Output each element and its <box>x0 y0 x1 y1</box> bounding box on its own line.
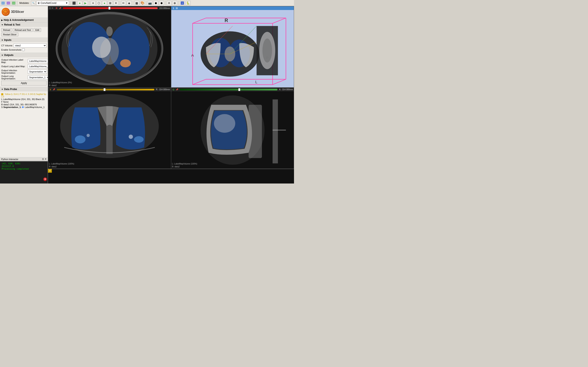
infection-seg-select[interactable]: Segmentation <box>28 70 47 74</box>
module-search-icon[interactable]: 🔍 <box>31 1 35 5</box>
data-probe-header[interactable]: ▼ Data Probe <box>0 87 48 92</box>
axial-close-icon[interactable]: ✕ <box>51 7 53 10</box>
axial-slider[interactable] <box>63 7 158 9</box>
reload-test-section: ▼ Reload & Test Reload Reload and Test E… <box>0 23 48 38</box>
lung-seg-select[interactable]: Segmentation_1 <box>28 75 48 79</box>
ct-volume-row: CT Volume: data2 <box>1 43 47 48</box>
asterisk-icon[interactable]: ✳ <box>114 1 118 5</box>
outputs-arrow-icon: ▼ <box>1 54 3 56</box>
pencil-icon[interactable]: ✏ <box>121 1 126 5</box>
nav-next-green-icon[interactable]: ● <box>77 1 82 5</box>
separator6 <box>146 1 146 5</box>
move-icon[interactable]: ✛ <box>167 1 171 5</box>
main-layout: 3DSlicer ▶ Help & Acknowledgement ▼ Relo… <box>0 6 294 184</box>
lung-label-map-select[interactable]: LabelMapVolume_1 <box>28 64 48 68</box>
coronal-body[interactable]: L: LabelMapVolume (100%) B: data2 <box>48 92 171 169</box>
coronal-slider[interactable] <box>57 89 154 91</box>
outputs-header[interactable]: ▼ Outputs <box>0 53 48 57</box>
python-expand-icon[interactable]: ⊡ <box>42 158 44 160</box>
sagittal-slider[interactable] <box>180 89 277 91</box>
sagittal-pin-icon: 📌 <box>176 88 178 91</box>
logo-area: 3DSlicer <box>0 6 48 18</box>
dcm-icon[interactable]: DCM <box>6 1 11 5</box>
probe-f-line: F None <box>1 101 47 103</box>
record-icon[interactable]: ⏺ <box>153 1 158 5</box>
infection-seg-label: Output Infection Segmentation: <box>1 69 28 74</box>
circle-green-icon[interactable]: ● <box>102 1 107 5</box>
svg-text:SAVE: SAVE <box>12 2 15 4</box>
python-icon[interactable]: 🐍 <box>185 1 191 5</box>
python-close-button[interactable]: ✕ <box>43 177 47 181</box>
sagittal-status-l: L: LabelMapVolume (100%) <box>172 162 197 165</box>
list-icon[interactable]: ≡ <box>91 1 96 5</box>
coronal-status-b: B: data2 <box>49 165 74 168</box>
coronal-pin-icon: 📌 <box>53 88 55 91</box>
eraser-icon[interactable]: ◈ <box>127 1 132 5</box>
save-icon[interactable]: SAVE <box>11 1 16 5</box>
svg-text:L: L <box>255 80 257 84</box>
data-probe-section: ▼ Data Probe Yellow (L 314.0, P 331.4, S… <box>0 87 48 157</box>
restart-slicer-button[interactable]: Restart Slicer <box>1 33 18 36</box>
camera-icon[interactable]: 📷 <box>148 1 152 5</box>
help-header[interactable]: ▶ Help & Acknowledgement <box>0 18 48 22</box>
lung-label-map-label: Output Lung Label Map: <box>1 65 28 67</box>
python-close-icon[interactable]: ✕ <box>45 158 47 160</box>
reload-and-test-button[interactable]: Reload and Test <box>13 28 33 32</box>
record2-icon[interactable]: ⏺ <box>159 1 164 5</box>
lung-label-map-row: Output Lung Label Map: LabelMapVolume_1 <box>1 64 47 68</box>
crosshair-icon[interactable]: ⊕ <box>172 1 177 5</box>
coronal-viewport: Y 📌 R: -314.000mm <box>48 88 171 169</box>
grid-icon[interactable]: ⊞ <box>108 1 113 5</box>
module-name: ConvNetCovid <box>41 2 56 5</box>
modules-dropdown[interactable]: 🖥 ConvNetCovid ▼ <box>36 1 69 5</box>
nav-prev-icon[interactable]: ⬛ <box>72 1 76 5</box>
modules-label: Modules: <box>19 2 29 5</box>
infection-label-map-select[interactable]: LabelMapVolume <box>28 59 48 63</box>
help-label: Help & Acknowledgement <box>4 19 34 21</box>
slicer-icon[interactable]: S <box>180 1 185 5</box>
coronal-slider-thumb[interactable] <box>103 88 106 91</box>
t-strip-body <box>52 169 294 184</box>
3d-header: 1 ⊞ <box>171 6 294 10</box>
sagittal-header: G 📌 A: -314.000mm <box>171 88 294 92</box>
lung-seg-row: Output Lung Segmentation: Segmentation_1 <box>1 75 47 80</box>
separator7 <box>165 1 165 5</box>
axial-minimize-icon[interactable]: ⊡ <box>49 7 51 10</box>
svg-rect-54 <box>248 105 262 158</box>
reload-arrow-icon: ▼ <box>1 24 3 26</box>
table-icon[interactable]: ▦ <box>134 1 139 5</box>
3d-body[interactable]: R A P L <box>171 10 294 87</box>
svg-text:S: S <box>182 2 183 4</box>
apply-button[interactable]: Apply <box>1 81 47 85</box>
cube-icon[interactable]: ⬡ <box>96 1 101 5</box>
sagittal-slider-thumb[interactable] <box>238 88 240 91</box>
probe-l-line: L LabelMapVolume (314, 331, 30) Black (0… <box>1 98 47 100</box>
color-icon[interactable]: 🎨 <box>140 1 145 5</box>
enable-screenshots-checkbox[interactable] <box>22 48 25 51</box>
ct-volume-select[interactable]: data2 <box>14 43 47 48</box>
sagittal-body[interactable]: L: LabelMapVolume (100%) B: data2 <box>171 92 294 169</box>
nav-next-icon[interactable]: ▶ <box>83 1 88 5</box>
data-probe-arrow-icon: ▼ <box>1 88 3 91</box>
svg-point-40 <box>262 39 272 62</box>
axial-body[interactable]: L: LabelMapVolume (0%) B: data2 <box>48 10 171 87</box>
3d-viewport: 1 ⊞ R A P L <box>171 6 294 88</box>
axial-status-b: B: data2 <box>49 84 72 87</box>
3d-expand-icon[interactable]: ⊞ <box>176 7 178 10</box>
edit-button[interactable]: Edit <box>34 28 41 32</box>
main-toolbar: DATA DCM SAVE Modules: 🔍 🖥 ConvNetCovid … <box>0 0 294 6</box>
reload-test-header[interactable]: ▼ Reload & Test <box>0 23 48 27</box>
yellow-indicator <box>1 93 3 95</box>
reload-button[interactable]: Reload <box>1 28 12 32</box>
axial-status: L: LabelMapVolume (0%) B: data2 <box>49 81 72 87</box>
inputs-header[interactable]: ▼ Inputs <box>0 38 48 42</box>
axial-slider-thumb[interactable] <box>109 7 110 10</box>
svg-point-49 <box>87 134 90 137</box>
coronal-letter: Y <box>49 88 52 91</box>
outputs-label: Outputs <box>4 54 14 57</box>
sagittal-slider-value: A: -314.000mm <box>279 88 293 91</box>
python-line3: Processing completed <box>2 167 46 170</box>
sagittal-viewport: G 📌 A: -314.000mm <box>171 88 294 169</box>
reload-test-content: Reload Reload and Test Edit Restart Slic… <box>0 27 48 38</box>
data-icon[interactable]: DATA <box>1 1 5 5</box>
